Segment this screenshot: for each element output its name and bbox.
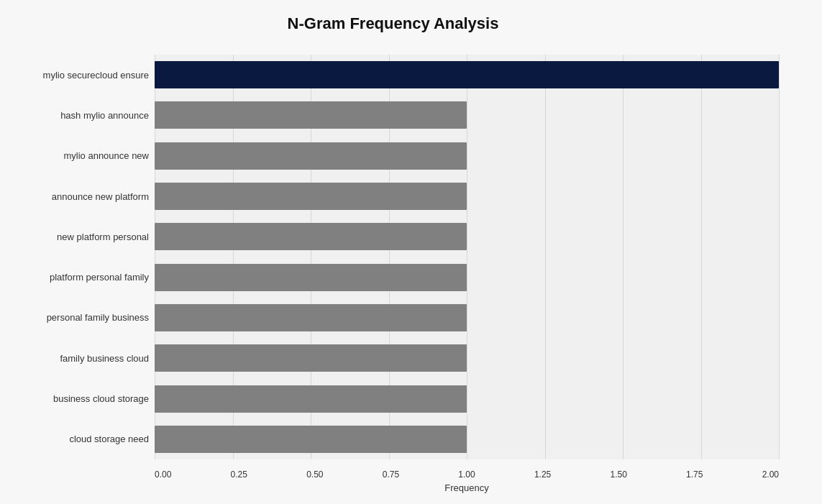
bar-row — [155, 259, 779, 296]
bar — [155, 264, 467, 291]
x-tick: 0.25 — [231, 469, 247, 480]
y-label: mylio announce new — [7, 137, 149, 175]
bar — [155, 304, 467, 331]
y-label: mylio securecloud ensure — [7, 56, 149, 93]
chart-title: N-Gram Frequency Analysis — [7, 14, 779, 33]
bar — [155, 183, 467, 210]
bar-row — [155, 339, 779, 377]
x-tick: 0.50 — [306, 469, 323, 480]
plot-area — [155, 55, 779, 459]
bar-row — [155, 421, 779, 458]
bar — [155, 426, 467, 453]
x-tick: 1.75 — [686, 469, 703, 480]
bar — [155, 61, 779, 88]
x-tick: 0.00 — [155, 469, 171, 480]
bar — [155, 385, 467, 413]
bar-row — [155, 56, 779, 93]
bar-row — [155, 380, 779, 418]
y-label: cloud storage need — [7, 421, 149, 458]
chart-container: N-Gram Frequency Analysis mylio securecl… — [0, 0, 822, 504]
bar — [155, 142, 467, 170]
y-label: new platform personal — [7, 218, 149, 255]
bar — [155, 101, 467, 129]
y-label: hash mylio announce — [7, 96, 149, 134]
bar-row — [155, 218, 779, 255]
grid-line — [779, 55, 780, 459]
x-tick: 1.50 — [610, 469, 626, 480]
y-label: announce new platform — [7, 178, 149, 215]
x-axis-label: Frequency — [155, 482, 779, 493]
y-label: family business cloud — [7, 339, 149, 377]
y-axis: mylio securecloud ensurehash mylio annou… — [7, 55, 155, 459]
bar — [155, 223, 467, 250]
x-axis-section: 0.000.250.500.751.001.251.501.752.00 Fre… — [7, 464, 779, 493]
bar — [155, 344, 467, 372]
x-tick: 2.00 — [762, 469, 779, 480]
x-tick: 1.00 — [458, 469, 475, 480]
x-tick: 1.25 — [534, 469, 551, 480]
bar-row — [155, 299, 779, 336]
x-tick: 0.75 — [383, 469, 399, 480]
bar-row — [155, 178, 779, 215]
bar-row — [155, 137, 779, 175]
y-label: business cloud storage — [7, 380, 149, 418]
y-label: platform personal family — [7, 259, 149, 296]
bar-row — [155, 96, 779, 134]
y-label: personal family business — [7, 299, 149, 336]
